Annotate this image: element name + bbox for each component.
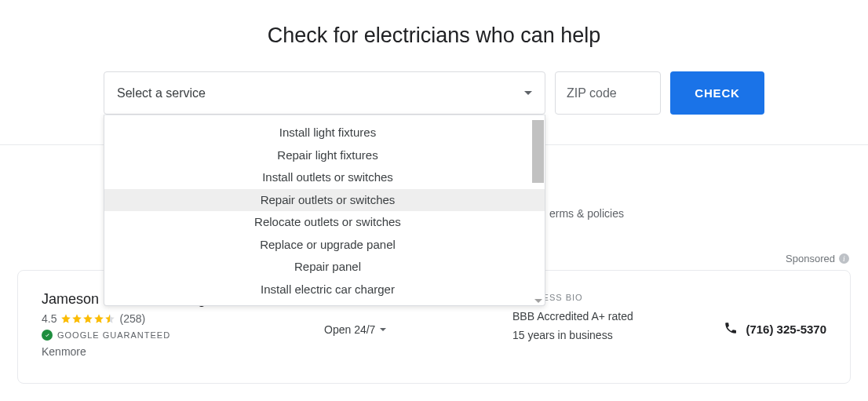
guarantee-label: GOOGLE GUARANTEED [57, 330, 170, 340]
google-guaranteed-badge[interactable]: GOOGLE GUARANTEED [42, 330, 324, 341]
review-count: (258) [119, 312, 145, 325]
hours-text: Open 24/7 [324, 323, 375, 336]
bio-line-2: 15 years in business [512, 329, 693, 341]
dropdown-option[interactable]: Install electric car charger [104, 279, 545, 301]
scrollbar-thumb[interactable] [532, 120, 544, 183]
dropdown-option[interactable]: Install light fixtures [104, 122, 545, 144]
star-rating-icon [60, 313, 115, 324]
phone-number: (716) 325-5370 [746, 323, 826, 336]
dropdown-scrollbar[interactable] [532, 115, 544, 305]
service-select[interactable]: Select a service [104, 71, 545, 115]
phone-icon [724, 321, 738, 338]
rating-value: 4.5 [42, 312, 57, 325]
check-button[interactable]: CHECK [670, 71, 764, 115]
phone-link[interactable]: (716) 325-5370 [724, 321, 826, 338]
page-title: Check for electricians who can help [0, 24, 868, 48]
sponsored-label: Sponsored i [786, 253, 849, 264]
dropdown-option[interactable]: Repair outlets or switches [104, 189, 545, 212]
policies-link-fragment[interactable]: erms & policies [549, 207, 624, 220]
caret-down-icon [524, 91, 532, 95]
zip-input[interactable] [555, 71, 661, 115]
sponsored-text: Sponsored [786, 253, 835, 264]
search-row: Select a service Install light fixturesR… [0, 71, 868, 115]
info-icon[interactable]: i [839, 253, 849, 264]
scroll-down-arrow-icon[interactable] [534, 299, 542, 303]
business-location: Kenmore [42, 345, 324, 358]
dropdown-option[interactable]: Relocate outlets or switches [104, 211, 545, 234]
hours-dropdown[interactable]: Open 24/7 [324, 323, 386, 336]
checkmark-icon [42, 330, 53, 341]
dropdown-option[interactable]: Repair panel [104, 256, 545, 279]
rating-row[interactable]: 4.5 (258) [42, 312, 324, 325]
dropdown-option[interactable]: Install outlets or switches [104, 166, 545, 189]
dropdown-option[interactable]: Replace or upgrade panel [104, 234, 545, 257]
service-select-label: Select a service [117, 86, 206, 100]
chevron-down-icon [380, 328, 386, 331]
dropdown-option[interactable]: Repair light fixtures [104, 144, 545, 167]
bio-line-1: BBB Accredited A+ rated [512, 310, 693, 323]
service-dropdown: Install light fixturesRepair light fixtu… [104, 115, 545, 306]
